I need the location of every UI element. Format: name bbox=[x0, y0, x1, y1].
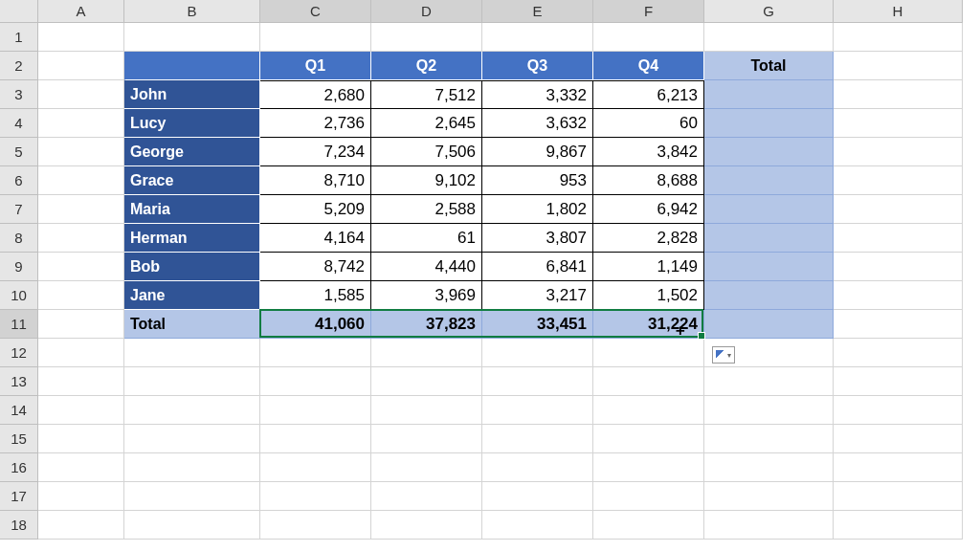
cell-B1[interactable] bbox=[124, 23, 260, 52]
val-john-q2[interactable]: 7,512 bbox=[371, 80, 482, 109]
total-john[interactable] bbox=[704, 80, 834, 109]
total-lucy[interactable] bbox=[704, 109, 834, 138]
cell-E17[interactable] bbox=[482, 482, 593, 511]
col-header-B[interactable]: B bbox=[124, 0, 260, 23]
col-header-G[interactable]: G bbox=[704, 0, 834, 23]
col-header-H[interactable]: H bbox=[834, 0, 963, 23]
cell-A11[interactable] bbox=[38, 310, 124, 339]
cell-H2[interactable] bbox=[834, 52, 963, 80]
row-header-3[interactable]: 3 bbox=[0, 80, 38, 109]
cell-H9[interactable] bbox=[834, 253, 963, 281]
header-blank[interactable] bbox=[124, 52, 260, 80]
cell-H15[interactable] bbox=[834, 425, 963, 453]
row-header-18[interactable]: 18 bbox=[0, 511, 38, 540]
name-bob[interactable]: Bob bbox=[124, 253, 260, 281]
val-lucy-q2[interactable]: 2,645 bbox=[371, 109, 482, 138]
name-lucy[interactable]: Lucy bbox=[124, 109, 260, 138]
cell-C12[interactable] bbox=[260, 339, 371, 367]
row-header-4[interactable]: 4 bbox=[0, 109, 38, 138]
cell-A5[interactable] bbox=[38, 138, 124, 166]
cell-C18[interactable] bbox=[260, 511, 371, 540]
cell-A18[interactable] bbox=[38, 511, 124, 540]
name-jane[interactable]: Jane bbox=[124, 281, 260, 310]
col-header-E[interactable]: E bbox=[482, 0, 593, 23]
val-jane-q1[interactable]: 1,585 bbox=[260, 281, 371, 310]
cell-A13[interactable] bbox=[38, 367, 124, 396]
row-header-1[interactable]: 1 bbox=[0, 23, 38, 52]
cell-H11[interactable] bbox=[834, 310, 963, 339]
cell-H7[interactable] bbox=[834, 195, 963, 224]
cell-C14[interactable] bbox=[260, 396, 371, 425]
cell-G13[interactable] bbox=[704, 367, 834, 396]
val-lucy-q3[interactable]: 3,632 bbox=[482, 109, 593, 138]
total-q3[interactable]: 33,451 bbox=[482, 310, 593, 339]
cell-E1[interactable] bbox=[482, 23, 593, 52]
row-header-10[interactable]: 10 bbox=[0, 281, 38, 310]
total-q4[interactable]: 31,224 bbox=[593, 310, 704, 339]
cell-B15[interactable] bbox=[124, 425, 260, 453]
cell-B14[interactable] bbox=[124, 396, 260, 425]
cell-A7[interactable] bbox=[38, 195, 124, 224]
cell-E16[interactable] bbox=[482, 453, 593, 482]
val-bob-q4[interactable]: 1,149 bbox=[593, 253, 704, 281]
cell-E14[interactable] bbox=[482, 396, 593, 425]
total-herman[interactable] bbox=[704, 224, 834, 253]
name-herman[interactable]: Herman bbox=[124, 224, 260, 253]
col-header-D[interactable]: D bbox=[371, 0, 482, 23]
cell-B18[interactable] bbox=[124, 511, 260, 540]
row-header-7[interactable]: 7 bbox=[0, 195, 38, 224]
cell-A17[interactable] bbox=[38, 482, 124, 511]
val-john-q4[interactable]: 6,213 bbox=[593, 80, 704, 109]
row-header-13[interactable]: 13 bbox=[0, 367, 38, 396]
val-grace-q2[interactable]: 9,102 bbox=[371, 166, 482, 195]
header-total[interactable]: Total bbox=[704, 52, 834, 80]
cell-H8[interactable] bbox=[834, 224, 963, 253]
cell-H13[interactable] bbox=[834, 367, 963, 396]
cell-D15[interactable] bbox=[371, 425, 482, 453]
cell-H6[interactable] bbox=[834, 166, 963, 195]
val-maria-q1[interactable]: 5,209 bbox=[260, 195, 371, 224]
cell-F14[interactable] bbox=[593, 396, 704, 425]
total-q1[interactable]: 41,060 bbox=[260, 310, 371, 339]
cell-D18[interactable] bbox=[371, 511, 482, 540]
cell-H5[interactable] bbox=[834, 138, 963, 166]
cell-B16[interactable] bbox=[124, 453, 260, 482]
val-grace-q3[interactable]: 953 bbox=[482, 166, 593, 195]
val-herman-q3[interactable]: 3,807 bbox=[482, 224, 593, 253]
cell-F15[interactable] bbox=[593, 425, 704, 453]
cell-A12[interactable] bbox=[38, 339, 124, 367]
cell-G18[interactable] bbox=[704, 511, 834, 540]
total-q2[interactable]: 37,823 bbox=[371, 310, 482, 339]
val-bob-q1[interactable]: 8,742 bbox=[260, 253, 371, 281]
cell-H1[interactable] bbox=[834, 23, 963, 52]
cell-A8[interactable] bbox=[38, 224, 124, 253]
row-header-8[interactable]: 8 bbox=[0, 224, 38, 253]
row-header-14[interactable]: 14 bbox=[0, 396, 38, 425]
cell-E13[interactable] bbox=[482, 367, 593, 396]
header-q2[interactable]: Q2 bbox=[371, 52, 482, 80]
cell-H16[interactable] bbox=[834, 453, 963, 482]
col-header-A[interactable]: A bbox=[38, 0, 124, 23]
cell-A3[interactable] bbox=[38, 80, 124, 109]
row-header-12[interactable]: 12 bbox=[0, 339, 38, 367]
val-lucy-q4[interactable]: 60 bbox=[593, 109, 704, 138]
val-john-q3[interactable]: 3,332 bbox=[482, 80, 593, 109]
row-header-17[interactable]: 17 bbox=[0, 482, 38, 511]
total-bob[interactable] bbox=[704, 253, 834, 281]
select-all-corner[interactable] bbox=[0, 0, 38, 23]
cell-B13[interactable] bbox=[124, 367, 260, 396]
cell-B17[interactable] bbox=[124, 482, 260, 511]
total-label[interactable]: Total bbox=[124, 310, 260, 339]
val-jane-q2[interactable]: 3,969 bbox=[371, 281, 482, 310]
autofill-options-button[interactable] bbox=[712, 346, 735, 364]
row-header-15[interactable]: 15 bbox=[0, 425, 38, 453]
name-george[interactable]: George bbox=[124, 138, 260, 166]
cell-H3[interactable] bbox=[834, 80, 963, 109]
name-grace[interactable]: Grace bbox=[124, 166, 260, 195]
cell-F12[interactable] bbox=[593, 339, 704, 367]
cell-F1[interactable] bbox=[593, 23, 704, 52]
cell-B12[interactable] bbox=[124, 339, 260, 367]
total-maria[interactable] bbox=[704, 195, 834, 224]
cell-D16[interactable] bbox=[371, 453, 482, 482]
cell-G1[interactable] bbox=[704, 23, 834, 52]
